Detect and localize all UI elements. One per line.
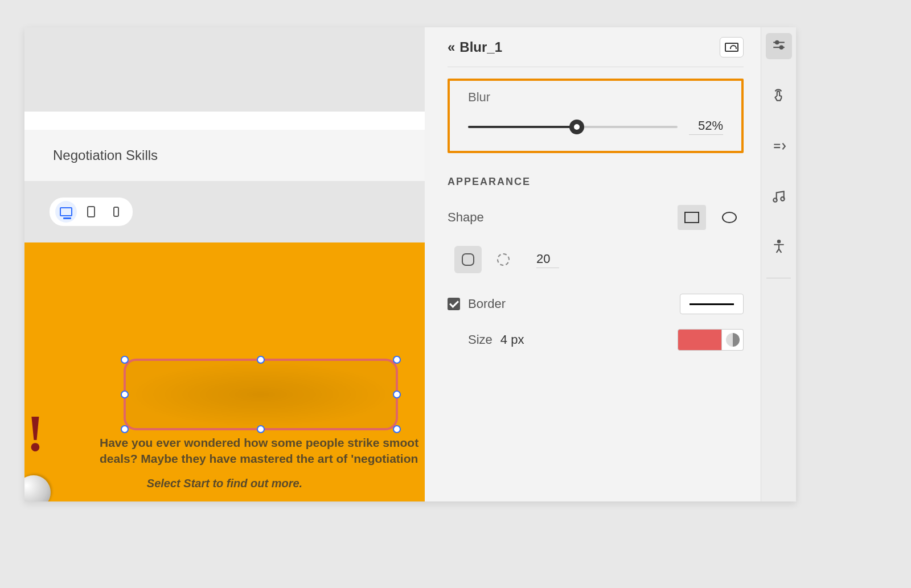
shape-ellipse-button[interactable] [715,205,744,230]
resize-handle[interactable] [393,425,401,433]
border-size-label: Size [468,332,493,347]
blur-slider[interactable] [468,126,678,128]
canvas-whitebar [24,112,425,130]
resize-handle[interactable] [121,425,129,433]
corner-radius-value[interactable]: 20 [536,252,559,268]
border-row: Border [448,294,744,314]
device-tablet-button[interactable] [80,201,102,223]
ellipse-icon [722,212,737,223]
properties-panel: « Blur_1 Blur 52% APPEARANCE Shape [425,27,761,501]
blur-value[interactable]: 52% [689,118,723,135]
panel-header: « Blur_1 [448,37,744,67]
rail-triggers-button[interactable] [766,133,792,159]
border-color-swatch[interactable] [678,329,722,351]
shape-label: Shape [448,210,484,225]
canvas-spacer [24,27,425,112]
shape-rectangle-button[interactable] [678,205,706,230]
custom-corner-icon [497,253,510,266]
border-checkbox[interactable] [448,298,460,310]
back-button[interactable]: « [448,39,452,55]
rail-properties-button[interactable] [766,33,792,59]
rail-interactions-button[interactable] [766,83,792,109]
corner-rounded-button[interactable] [454,246,482,273]
slide-background[interactable]: ! Have you ever wondered how some people… [24,242,425,501]
appearance-header: APPEARANCE [448,176,744,188]
resize-handle[interactable] [257,425,265,433]
blur-slider-thumb[interactable] [569,120,584,134]
lightning-icon [772,139,786,154]
tablet-icon [87,206,95,217]
resize-handle[interactable] [257,356,265,364]
sliders-icon [772,39,786,54]
border-size-value[interactable]: 4 px [500,332,524,348]
rail-audio-button[interactable] [766,183,792,209]
svg-point-5 [781,197,785,201]
preview-icon [725,43,738,52]
preview-button[interactable] [720,37,744,57]
slide-body-text: Have you ever wondered how some people s… [100,435,425,467]
tap-icon [772,89,786,104]
exclamation-graphic: ! [27,413,43,454]
blur-slider-fill [468,126,577,128]
border-label: Border [468,297,506,311]
slide-hint-text: Select Start to find out more. [24,477,425,490]
rounded-corner-icon [462,253,474,266]
svg-point-1 [775,41,778,44]
blur-label: Blur [468,90,723,105]
rail-accessibility-button[interactable] [766,233,792,260]
mobile-icon [113,207,119,217]
blur-object-selected[interactable] [124,359,398,430]
canvas[interactable]: Negotiation Skills ! Have you ev [24,27,425,501]
device-desktop-button[interactable] [55,201,77,223]
canvas-header: Negotiation Skills [24,130,425,181]
stroke-line-icon [690,303,734,305]
panel-title: Blur_1 [459,39,502,55]
desktop-icon [60,207,72,216]
device-bar [24,181,425,242]
blur-section-highlighted: Blur 52% [448,79,744,153]
shape-row: Shape [448,205,744,230]
corner-row: 20 [454,246,744,273]
app-frame: Negotiation Skills ! Have you ev [24,27,796,501]
resize-handle[interactable] [121,356,129,364]
svg-point-6 [777,240,779,242]
corner-custom-button[interactable] [490,246,517,273]
resize-handle[interactable] [121,390,129,398]
resize-handle[interactable] [393,390,401,398]
border-opacity-swatch[interactable] [722,329,744,351]
music-icon [772,189,786,204]
resize-handle[interactable] [393,356,401,364]
device-switcher [50,198,133,226]
device-mobile-button[interactable] [105,201,127,223]
accessibility-icon [772,239,786,254]
border-stroke-style[interactable] [680,294,744,314]
rail-divider [766,278,791,278]
right-icon-rail [761,27,796,501]
border-size-row: Size 4 px [448,329,744,351]
project-title: Negotiation Skills [53,147,158,163]
rectangle-icon [684,212,699,223]
svg-point-3 [779,46,782,48]
svg-point-4 [773,198,777,202]
